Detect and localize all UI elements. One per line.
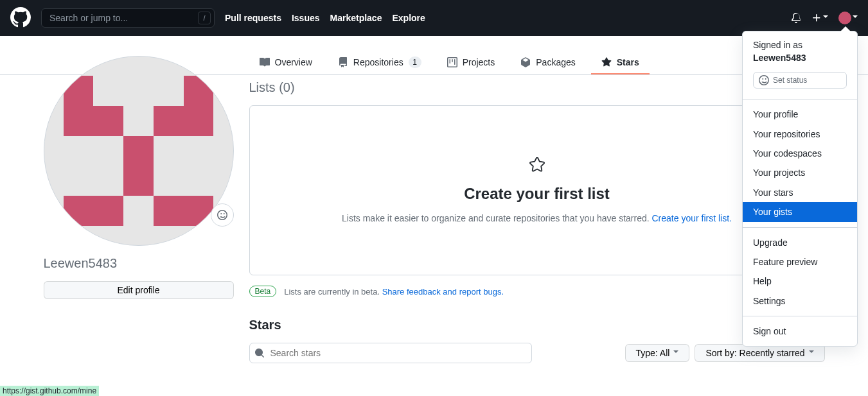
dropdown-item-upgrade[interactable]: Upgrade bbox=[743, 233, 857, 252]
search-input[interactable] bbox=[41, 8, 215, 28]
profile-username: Leewen5483 bbox=[44, 256, 234, 271]
beta-badge: Beta bbox=[249, 286, 277, 297]
create-first-list-link[interactable]: Create your first list. bbox=[652, 213, 732, 223]
dropdown-signout[interactable]: Sign out bbox=[743, 322, 857, 341]
dropdown-item-your-profile[interactable]: Your profile bbox=[743, 105, 857, 124]
star-icon bbox=[529, 157, 545, 173]
global-header: / Pull requests Issues Marketplace Explo… bbox=[0, 0, 868, 36]
edit-profile-button[interactable]: Edit profile bbox=[44, 281, 234, 299]
github-logo[interactable] bbox=[10, 7, 31, 30]
nav-issues[interactable]: Issues bbox=[292, 13, 320, 23]
tab-label: Packages bbox=[536, 57, 575, 67]
smiley-icon bbox=[759, 75, 769, 85]
set-status-bubble[interactable] bbox=[211, 203, 234, 227]
tab-overview[interactable]: Overview bbox=[249, 51, 323, 74]
nav-pull-requests[interactable]: Pull requests bbox=[225, 13, 281, 23]
dropdown-signed-in: Signed in asLeewen5483 bbox=[743, 37, 857, 67]
tab-projects[interactable]: Projects bbox=[437, 51, 506, 74]
notifications-icon[interactable] bbox=[791, 13, 801, 23]
create-new-dropdown[interactable] bbox=[811, 13, 828, 23]
main-content: Lists (0) Sort Create your first list Li… bbox=[249, 75, 825, 363]
stars-section-title: Stars bbox=[249, 318, 825, 332]
tab-label: Projects bbox=[463, 57, 495, 67]
profile-sidebar: Leewen5483 Edit profile bbox=[44, 75, 234, 363]
dropdown-item-your-stars[interactable]: Your stars bbox=[743, 183, 857, 202]
tab-label: Repositories bbox=[353, 57, 403, 67]
global-search[interactable]: / bbox=[41, 8, 215, 28]
user-menu-trigger[interactable] bbox=[838, 12, 858, 24]
lists-title: Lists (0) bbox=[249, 80, 295, 95]
avatar-icon bbox=[838, 12, 851, 24]
repo-count-badge: 1 bbox=[409, 56, 421, 68]
nav-explore[interactable]: Explore bbox=[392, 13, 425, 23]
dropdown-item-help[interactable]: Help bbox=[743, 271, 857, 291]
feedback-link[interactable]: Share feedback and report bugs. bbox=[382, 287, 504, 297]
dropdown-item-your-repositories[interactable]: Your repositories bbox=[743, 125, 857, 144]
search-icon bbox=[254, 348, 265, 358]
tab-label: Overview bbox=[275, 57, 312, 67]
dropdown-item-settings[interactable]: Settings bbox=[743, 291, 857, 311]
tab-repositories[interactable]: Repositories 1 bbox=[328, 51, 432, 74]
type-filter-button[interactable]: Type: All bbox=[625, 344, 690, 362]
empty-description: Lists make it easier to organize and cur… bbox=[276, 213, 799, 223]
slash-key-hint: / bbox=[198, 12, 211, 24]
tab-label: Stars bbox=[617, 57, 639, 67]
primary-nav: Pull requests Issues Marketplace Explore bbox=[225, 13, 425, 23]
dropdown-item-your-projects[interactable]: Your projects bbox=[743, 163, 857, 182]
tab-packages[interactable]: Packages bbox=[510, 51, 585, 74]
empty-title: Create your first list bbox=[276, 185, 799, 203]
search-stars-input[interactable] bbox=[249, 343, 532, 363]
beta-notice: Beta Lists are currently in beta. Share … bbox=[249, 286, 825, 297]
sort-filter-button[interactable]: Sort by: Recently starred bbox=[695, 344, 824, 362]
set-status-button[interactable]: Set status bbox=[753, 72, 847, 89]
tab-stars[interactable]: Stars bbox=[591, 51, 650, 74]
dropdown-item-your-gists[interactable]: Your gists bbox=[743, 202, 857, 221]
dropdown-item-feature-preview[interactable]: Feature preview bbox=[743, 252, 857, 271]
dropdown-item-your-codespaces[interactable]: Your codespaces bbox=[743, 144, 857, 163]
user-dropdown-menu: Signed in asLeewen5483 Set status Your p… bbox=[742, 31, 858, 347]
nav-marketplace[interactable]: Marketplace bbox=[330, 13, 382, 23]
profile-avatar[interactable] bbox=[44, 56, 234, 246]
lists-empty-state: Create your first list Lists make it eas… bbox=[249, 105, 825, 275]
